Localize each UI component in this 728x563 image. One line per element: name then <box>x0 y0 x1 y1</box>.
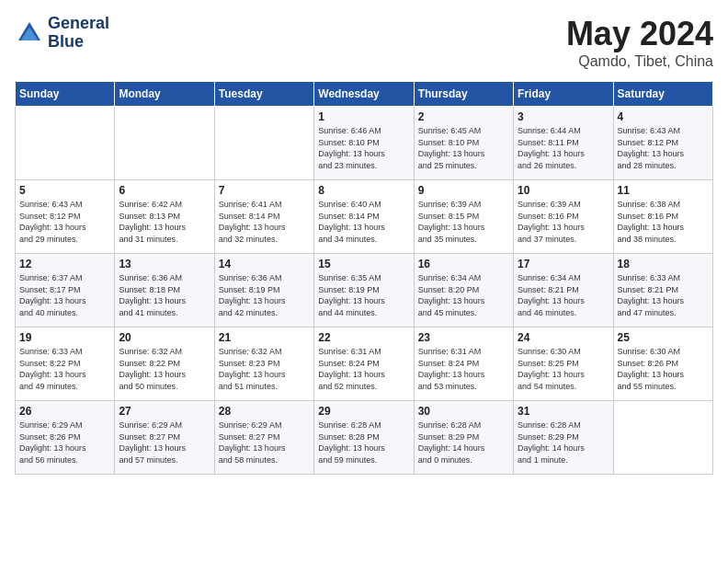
day-number: 23 <box>418 331 509 344</box>
day-info: Sunrise: 6:28 AM Sunset: 8:29 PM Dayligh… <box>518 419 609 465</box>
day-info: Sunrise: 6:43 AM Sunset: 8:12 PM Dayligh… <box>19 199 110 245</box>
calendar-cell <box>115 107 214 180</box>
day-info: Sunrise: 6:32 AM Sunset: 8:23 PM Dayligh… <box>219 346 310 392</box>
calendar-cell: 20Sunrise: 6:32 AM Sunset: 8:22 PM Dayli… <box>115 327 214 401</box>
day-number: 9 <box>418 184 509 197</box>
calendar-cell: 25Sunrise: 6:30 AM Sunset: 8:26 PM Dayli… <box>613 327 712 401</box>
day-number: 6 <box>119 184 210 197</box>
day-number: 30 <box>418 405 509 418</box>
day-info: Sunrise: 6:31 AM Sunset: 8:24 PM Dayligh… <box>318 346 409 392</box>
day-info: Sunrise: 6:31 AM Sunset: 8:24 PM Dayligh… <box>418 346 509 392</box>
month-year: May 2024 <box>566 15 713 53</box>
calendar-cell <box>16 107 115 180</box>
day-number: 2 <box>418 110 509 123</box>
day-info: Sunrise: 6:37 AM Sunset: 8:17 PM Dayligh… <box>19 272 110 318</box>
day-number: 20 <box>119 331 210 344</box>
calendar-cell: 17Sunrise: 6:34 AM Sunset: 8:21 PM Dayli… <box>514 254 613 327</box>
calendar-cell: 30Sunrise: 6:28 AM Sunset: 8:29 PM Dayli… <box>414 401 513 475</box>
day-info: Sunrise: 6:46 AM Sunset: 8:10 PM Dayligh… <box>318 125 409 171</box>
calendar-week-2: 12Sunrise: 6:37 AM Sunset: 8:17 PM Dayli… <box>16 254 713 327</box>
day-number: 29 <box>318 405 409 418</box>
calendar-cell: 28Sunrise: 6:29 AM Sunset: 8:27 PM Dayli… <box>214 401 313 475</box>
day-number: 12 <box>19 258 110 270</box>
day-number: 15 <box>318 258 409 270</box>
day-number: 14 <box>219 258 310 270</box>
logo-text: General Blue <box>48 15 109 52</box>
logo-line1: General <box>48 15 109 33</box>
calendar-cell: 13Sunrise: 6:36 AM Sunset: 8:18 PM Dayli… <box>115 254 214 327</box>
calendar-cell: 11Sunrise: 6:38 AM Sunset: 8:16 PM Dayli… <box>613 180 712 254</box>
day-info: Sunrise: 6:34 AM Sunset: 8:20 PM Dayligh… <box>418 272 509 318</box>
calendar-week-1: 5Sunrise: 6:43 AM Sunset: 8:12 PM Daylig… <box>16 180 713 254</box>
title-block: May 2024 Qamdo, Tibet, China <box>566 15 713 70</box>
calendar-cell: 21Sunrise: 6:32 AM Sunset: 8:23 PM Dayli… <box>214 327 313 401</box>
day-number: 28 <box>219 405 310 418</box>
day-number: 18 <box>618 258 709 270</box>
day-info: Sunrise: 6:33 AM Sunset: 8:22 PM Dayligh… <box>19 346 110 392</box>
day-info: Sunrise: 6:32 AM Sunset: 8:22 PM Dayligh… <box>119 346 210 392</box>
calendar-cell: 1Sunrise: 6:46 AM Sunset: 8:10 PM Daylig… <box>314 107 414 180</box>
day-number: 5 <box>19 184 110 197</box>
header-cell-monday: Monday <box>115 82 214 107</box>
calendar-cell <box>613 401 712 475</box>
day-number: 11 <box>618 184 709 197</box>
calendar-cell: 14Sunrise: 6:36 AM Sunset: 8:19 PM Dayli… <box>214 254 313 327</box>
calendar-cell: 10Sunrise: 6:39 AM Sunset: 8:16 PM Dayli… <box>514 180 613 254</box>
day-info: Sunrise: 6:43 AM Sunset: 8:12 PM Dayligh… <box>618 125 709 171</box>
day-info: Sunrise: 6:44 AM Sunset: 8:11 PM Dayligh… <box>518 125 609 171</box>
calendar-week-0: 1Sunrise: 6:46 AM Sunset: 8:10 PM Daylig… <box>16 107 713 180</box>
calendar-cell: 3Sunrise: 6:44 AM Sunset: 8:11 PM Daylig… <box>514 107 613 180</box>
day-number: 26 <box>19 405 110 418</box>
day-info: Sunrise: 6:34 AM Sunset: 8:21 PM Dayligh… <box>518 272 609 318</box>
day-info: Sunrise: 6:28 AM Sunset: 8:29 PM Dayligh… <box>418 419 509 465</box>
day-number: 24 <box>518 331 609 344</box>
day-number: 22 <box>318 331 409 344</box>
day-number: 16 <box>418 258 509 270</box>
calendar-cell: 7Sunrise: 6:41 AM Sunset: 8:14 PM Daylig… <box>214 180 313 254</box>
day-number: 10 <box>518 184 609 197</box>
day-number: 8 <box>318 184 409 197</box>
day-number: 21 <box>219 331 310 344</box>
calendar-cell: 9Sunrise: 6:39 AM Sunset: 8:15 PM Daylig… <box>414 180 513 254</box>
day-info: Sunrise: 6:28 AM Sunset: 8:28 PM Dayligh… <box>318 419 409 465</box>
header-cell-friday: Friday <box>514 82 613 107</box>
location: Qamdo, Tibet, China <box>566 53 713 70</box>
logo-line2: Blue <box>48 33 109 52</box>
day-number: 19 <box>19 331 110 344</box>
page-header: General Blue May 2024 Qamdo, Tibet, Chin… <box>15 15 713 70</box>
calendar-cell: 29Sunrise: 6:28 AM Sunset: 8:28 PM Dayli… <box>314 401 414 475</box>
logo-icon <box>15 18 44 48</box>
header-cell-saturday: Saturday <box>613 82 712 107</box>
calendar-cell: 16Sunrise: 6:34 AM Sunset: 8:20 PM Dayli… <box>414 254 513 327</box>
calendar-week-3: 19Sunrise: 6:33 AM Sunset: 8:22 PM Dayli… <box>16 327 713 401</box>
day-info: Sunrise: 6:29 AM Sunset: 8:27 PM Dayligh… <box>219 419 310 465</box>
calendar-cell <box>214 107 313 180</box>
day-info: Sunrise: 6:42 AM Sunset: 8:13 PM Dayligh… <box>119 199 210 245</box>
calendar-cell: 6Sunrise: 6:42 AM Sunset: 8:13 PM Daylig… <box>115 180 214 254</box>
calendar-week-4: 26Sunrise: 6:29 AM Sunset: 8:26 PM Dayli… <box>16 401 713 475</box>
day-info: Sunrise: 6:36 AM Sunset: 8:19 PM Dayligh… <box>219 272 310 318</box>
day-info: Sunrise: 6:29 AM Sunset: 8:27 PM Dayligh… <box>119 419 210 465</box>
day-info: Sunrise: 6:33 AM Sunset: 8:21 PM Dayligh… <box>618 272 709 318</box>
logo: General Blue <box>15 15 109 52</box>
day-number: 13 <box>119 258 210 270</box>
day-info: Sunrise: 6:35 AM Sunset: 8:19 PM Dayligh… <box>318 272 409 318</box>
calendar-cell: 12Sunrise: 6:37 AM Sunset: 8:17 PM Dayli… <box>16 254 115 327</box>
day-info: Sunrise: 6:30 AM Sunset: 8:26 PM Dayligh… <box>618 346 709 392</box>
calendar-cell: 23Sunrise: 6:31 AM Sunset: 8:24 PM Dayli… <box>414 327 513 401</box>
day-number: 3 <box>518 110 609 123</box>
day-info: Sunrise: 6:39 AM Sunset: 8:15 PM Dayligh… <box>418 199 509 245</box>
calendar-cell: 19Sunrise: 6:33 AM Sunset: 8:22 PM Dayli… <box>16 327 115 401</box>
calendar-header: SundayMondayTuesdayWednesdayThursdayFrid… <box>16 82 713 107</box>
calendar-cell: 26Sunrise: 6:29 AM Sunset: 8:26 PM Dayli… <box>16 401 115 475</box>
calendar-cell: 22Sunrise: 6:31 AM Sunset: 8:24 PM Dayli… <box>314 327 414 401</box>
day-number: 31 <box>518 405 609 418</box>
day-number: 27 <box>119 405 210 418</box>
day-info: Sunrise: 6:41 AM Sunset: 8:14 PM Dayligh… <box>219 199 310 245</box>
calendar-cell: 15Sunrise: 6:35 AM Sunset: 8:19 PM Dayli… <box>314 254 414 327</box>
header-cell-thursday: Thursday <box>414 82 513 107</box>
header-row: SundayMondayTuesdayWednesdayThursdayFrid… <box>16 82 713 107</box>
header-cell-sunday: Sunday <box>16 82 115 107</box>
day-number: 17 <box>518 258 609 270</box>
day-info: Sunrise: 6:45 AM Sunset: 8:10 PM Dayligh… <box>418 125 509 171</box>
